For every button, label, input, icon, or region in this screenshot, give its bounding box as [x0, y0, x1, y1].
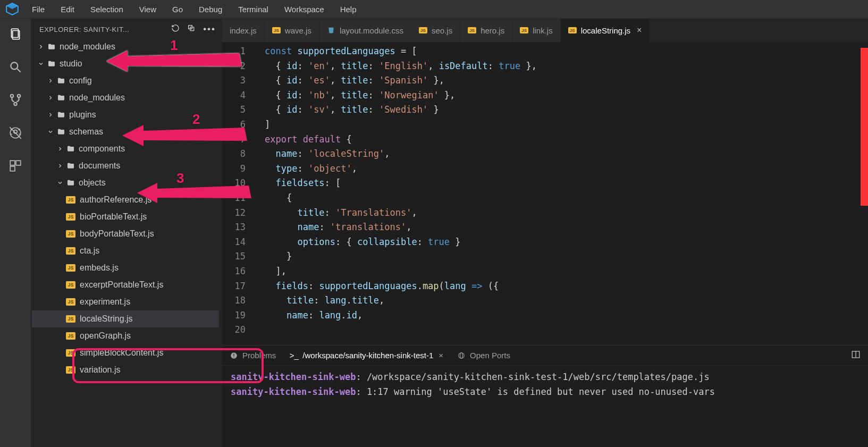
refresh-icon[interactable]: [171, 24, 180, 35]
tab-label: index.js: [230, 26, 257, 35]
folder-config[interactable]: config: [32, 72, 219, 89]
source-control-icon[interactable]: [7, 92, 23, 108]
file-bioPortableText-js[interactable]: JSbioPortableText.js: [32, 208, 219, 225]
file-embeds-js[interactable]: JSembeds.js: [32, 259, 219, 276]
folder-icon: [56, 76, 66, 86]
modified-badge: M: [207, 55, 214, 72]
tab-index-js[interactable]: index.js: [222, 19, 265, 42]
svg-point-4: [11, 62, 18, 69]
svg-rect-23: [233, 357, 234, 357]
panel-tabs: Problems >_ /workspace/sanity-kitchen-si…: [222, 345, 868, 366]
panel-tab-problems[interactable]: Problems: [230, 351, 276, 360]
tree-label: experiment.js: [80, 293, 130, 310]
tree-label: bodyPortableText.js: [80, 225, 154, 242]
tree-label: studio: [60, 55, 82, 72]
tree-label: plugins: [69, 106, 96, 123]
file-localeString-js[interactable]: JSlocaleString.js: [32, 310, 219, 327]
tree-label: variation.js: [80, 361, 120, 378]
more-icon[interactable]: •••: [203, 24, 216, 35]
svg-point-7: [18, 95, 20, 97]
svg-line-14: [19, 134, 21, 134]
explorer-sidebar: EXPLORER: SANITY-KIT... ••• node_modules…: [31, 19, 222, 447]
search-icon[interactable]: [7, 59, 23, 75]
terminal-prefix: sanity-kitchen-sink-web: [231, 386, 356, 397]
tab-label: hero.js: [481, 26, 504, 35]
overview-ruler[interactable]: [861, 42, 868, 345]
terminal-output[interactable]: sanity-kitchen-sink-web: /workspace/sani…: [222, 366, 868, 447]
tab-wave-js[interactable]: JSwave.js: [265, 19, 319, 42]
menu-selection[interactable]: Selection: [87, 3, 127, 16]
tab-seo-js[interactable]: JSseo.js: [411, 19, 460, 42]
tab-hero-js[interactable]: JShero.js: [460, 19, 512, 42]
file-experiment-js[interactable]: JSexperiment.js: [32, 293, 219, 310]
tab-label: localeString.js: [581, 26, 630, 35]
menu-help[interactable]: Help: [337, 3, 360, 16]
js-file-icon: JS: [272, 26, 281, 35]
tree-label: authorReference.js: [80, 191, 151, 208]
close-tab-icon[interactable]: ×: [637, 26, 642, 35]
menubar: File Edit Selection View Go Debug Termin…: [0, 0, 868, 19]
terminal-text: : /workspace/sanity-kitchen-sink-test-1/…: [356, 372, 709, 382]
tree-label: embeds.js: [80, 259, 119, 276]
menu-terminal[interactable]: Terminal: [235, 3, 272, 16]
js-file-icon: JS: [66, 213, 75, 221]
js-file-icon: JS: [66, 264, 75, 272]
tab-localeString-js[interactable]: JSlocaleString.js×: [561, 19, 650, 42]
file-cta-js[interactable]: JScta.js: [32, 242, 219, 259]
panel-tab-terminal[interactable]: >_ /workspace/sanity-kitchen-sink-test-1…: [290, 351, 443, 360]
chevron-right-icon: [56, 162, 64, 170]
tree-label: openGraph.js: [80, 327, 131, 344]
folder-icon: [66, 144, 75, 154]
svg-point-6: [11, 95, 13, 97]
menu-view[interactable]: View: [136, 3, 159, 16]
collapse-all-icon[interactable]: [187, 24, 196, 35]
folder-components[interactable]: components: [32, 140, 219, 157]
folder-plugins[interactable]: plugins: [32, 106, 219, 123]
panel-tab-openports[interactable]: Open Ports: [457, 351, 510, 360]
folder-icon: [56, 127, 66, 137]
chevron-right-icon: [47, 94, 54, 102]
tree-label: node_modules: [69, 89, 125, 106]
file-excerptPortableText-js[interactable]: JSexcerptPortableText.js: [32, 276, 219, 293]
menu-file[interactable]: File: [29, 3, 48, 16]
menu-edit[interactable]: Edit: [57, 3, 78, 16]
file-openGraph-js[interactable]: JSopenGraph.js: [32, 327, 219, 344]
editor-area: index.jsJSwave.jslayout.module.cssJSseo.…: [222, 19, 868, 447]
js-file-icon: JS: [66, 298, 75, 306]
file-tree: node_modulesstudioMconfignode_modulesplu…: [31, 38, 222, 384]
folder-documents[interactable]: documents: [32, 157, 219, 174]
folder-node_modules[interactable]: node_modules: [32, 38, 219, 55]
ports-icon: [457, 351, 466, 360]
terminal-icon: >_: [290, 351, 298, 360]
menu-go[interactable]: Go: [169, 3, 186, 16]
svg-rect-17: [16, 161, 21, 165]
folder-studio[interactable]: studioM: [32, 55, 219, 72]
file-variation-js[interactable]: JSvariation.js: [32, 361, 219, 378]
chevron-right-icon: [47, 111, 54, 119]
tab-link-js[interactable]: JSlink.js: [512, 19, 561, 42]
file-bodyPortableText-js[interactable]: JSbodyPortableText.js: [32, 225, 219, 242]
js-file-icon: JS: [66, 332, 75, 340]
tree-label: objects: [79, 174, 106, 191]
folder-schemas[interactable]: schemas: [32, 123, 219, 140]
js-file-icon: JS: [419, 26, 427, 35]
folder-icon: [66, 178, 75, 188]
file-authorReference-js[interactable]: JSauthorReference.js: [32, 191, 219, 208]
tree-label: bioPortableText.js: [80, 208, 147, 225]
debug-icon[interactable]: [7, 125, 23, 141]
menu-debug[interactable]: Debug: [196, 3, 225, 16]
folder-objects[interactable]: objects: [32, 174, 219, 191]
folder-node_modules[interactable]: node_modules: [32, 89, 219, 106]
tab-layout-module-css[interactable]: layout.module.css: [319, 19, 411, 42]
close-terminal-icon[interactable]: ×: [439, 351, 443, 360]
explorer-icon[interactable]: [7, 26, 23, 42]
code-content[interactable]: const supportedLanguages = [ { id: 'en',…: [255, 42, 868, 345]
js-file-icon: JS: [520, 26, 528, 35]
extensions-icon[interactable]: [7, 158, 23, 174]
activity-bar: [0, 19, 31, 447]
file-simpleBlockContent-js[interactable]: JSsimpleBlockContent.js: [32, 344, 219, 361]
svg-rect-18: [10, 166, 15, 171]
split-panel-icon[interactable]: [851, 350, 861, 361]
code-editor[interactable]: 1234567891011121314151617181920 const su…: [222, 42, 868, 345]
menu-workspace[interactable]: Workspace: [281, 3, 327, 16]
